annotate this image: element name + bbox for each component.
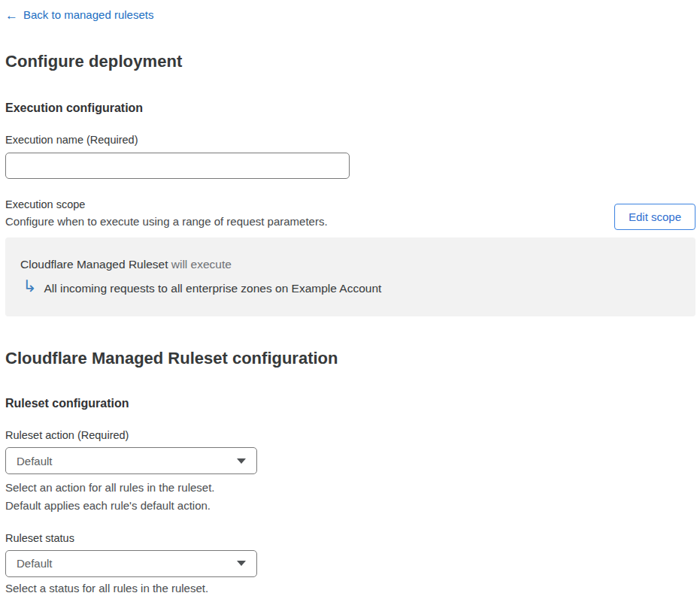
ruleset-status-label: Ruleset status: [5, 532, 695, 544]
scope-summary-detail: All incoming requests to all enterprise …: [44, 282, 381, 295]
branch-arrow-icon: ↳: [23, 278, 36, 295]
back-to-managed-rulesets-link[interactable]: ← Back to managed rulesets: [5, 8, 153, 21]
chevron-down-icon: [237, 458, 246, 464]
ruleset-action-label: Ruleset action (Required): [5, 429, 695, 441]
ruleset-status-help: Select a status for all rules in the rul…: [5, 582, 695, 594]
back-link-label: Back to managed rulesets: [23, 8, 153, 21]
execution-scope-row: Execution scope Configure when to execut…: [5, 198, 695, 230]
configure-deployment-page: ← Back to managed rulesets Configure dep…: [0, 0, 700, 594]
ruleset-name: Cloudflare Managed Ruleset: [20, 258, 168, 271]
ruleset-action-help-line2: Default applies each rule's default acti…: [5, 498, 695, 514]
execution-configuration-heading: Execution configuration: [5, 101, 695, 115]
execution-name-label: Execution name (Required): [5, 134, 695, 146]
ruleset-configuration-title: Cloudflare Managed Ruleset configuration: [5, 349, 695, 368]
will-execute-text: will execute: [171, 258, 232, 271]
ruleset-action-value: Default: [17, 455, 53, 467]
execution-scope-label: Execution scope: [5, 198, 328, 210]
execution-scope-description: Configure when to execute using a range …: [5, 215, 328, 228]
chevron-down-icon: [237, 561, 246, 566]
scope-summary-detail-line: ↳ All incoming requests to all enterpris…: [20, 280, 680, 297]
ruleset-action-help-line1: Select an action for all rules in the ru…: [5, 480, 695, 496]
execution-scope-text: Execution scope Configure when to execut…: [5, 198, 328, 228]
ruleset-action-help: Select an action for all rules in the ru…: [5, 480, 695, 514]
execution-name-input[interactable]: [5, 153, 350, 179]
scope-summary-box: Cloudflare Managed Ruleset will execute …: [5, 237, 695, 316]
page-title: Configure deployment: [5, 52, 695, 71]
scope-summary-line: Cloudflare Managed Ruleset will execute: [20, 258, 680, 271]
ruleset-status-select[interactable]: Default: [5, 550, 257, 577]
ruleset-action-select[interactable]: Default: [5, 447, 257, 474]
ruleset-configuration-heading: Ruleset configuration: [5, 397, 695, 410]
back-arrow-icon: ←: [5, 9, 18, 22]
ruleset-status-value: Default: [17, 557, 53, 570]
edit-scope-button[interactable]: Edit scope: [614, 204, 695, 230]
